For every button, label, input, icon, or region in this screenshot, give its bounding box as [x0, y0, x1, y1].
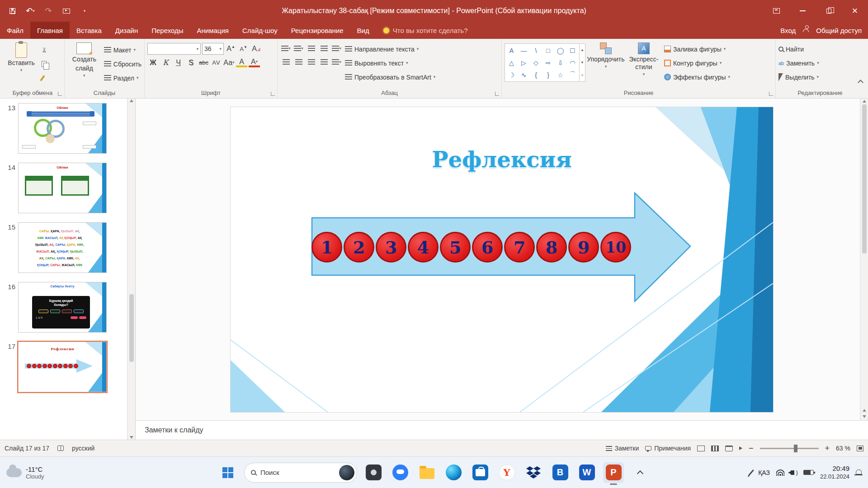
slide-scrollbar[interactable]	[860, 99, 868, 420]
bullets-button[interactable]: ▾	[280, 43, 292, 54]
reading-view-button[interactable]	[725, 446, 733, 451]
shape-effects-button[interactable]: Эффекты фигуры▾	[664, 72, 730, 82]
align-left-button[interactable]	[280, 56, 292, 68]
notification-bell-icon[interactable]	[856, 469, 862, 474]
format-painter-button[interactable]	[42, 73, 47, 83]
share-button[interactable]: Общий доступ	[816, 27, 862, 34]
number-circle-9[interactable]: 9	[568, 232, 599, 263]
align-right-button[interactable]	[306, 56, 317, 68]
shape-rounded-rectangle[interactable]: ☐	[566, 44, 579, 56]
dialog-launcher-paragraph[interactable]	[495, 92, 499, 96]
minimize-button[interactable]	[789, 0, 816, 22]
shape-line[interactable]: —	[518, 44, 530, 56]
slide-thumbnail-14[interactable]: Ойлан	[18, 163, 107, 213]
pen-tray-icon[interactable]	[748, 469, 754, 475]
copy-button[interactable]	[42, 59, 47, 69]
normal-view-button[interactable]	[697, 446, 705, 451]
taskbar-dropbox[interactable]	[523, 462, 544, 483]
gallery-down-button[interactable]: ▼	[580, 56, 585, 69]
reset-button[interactable]: Сбросить	[104, 59, 142, 69]
taskbar-store[interactable]	[470, 462, 491, 483]
slide-canvas[interactable]: Рефлексия 1 2 3 4 5 6 7 8 9 10	[231, 107, 773, 412]
sign-in-button[interactable]: Вход	[780, 27, 796, 34]
dialog-launcher-drawing[interactable]	[769, 92, 773, 96]
weather-widget[interactable]: -11°C Cloudy	[0, 465, 99, 480]
zoom-in-button[interactable]: +	[825, 444, 830, 453]
tab-file[interactable]: Файл	[0, 22, 30, 39]
comments-toggle[interactable]: Примечания	[645, 445, 691, 452]
close-button[interactable]: ×	[842, 0, 868, 22]
font-name-combo[interactable]: ▾	[147, 43, 201, 55]
numbering-button[interactable]: ▾	[293, 43, 304, 54]
notes-toggle[interactable]: Заметки	[606, 445, 639, 452]
slide-thumbnail-13[interactable]: Ойлан	[18, 103, 107, 154]
number-circle-4[interactable]: 4	[408, 232, 439, 263]
slide-sorter-view-button[interactable]	[711, 446, 719, 451]
shape-left-brace[interactable]: {	[530, 69, 542, 81]
taskbar-edge[interactable]	[443, 462, 464, 483]
underline-button[interactable]: Ч	[173, 57, 184, 68]
undo-button[interactable]: ↶▾	[22, 3, 39, 19]
slide-thumbnail-16[interactable]: Сабақты бекіту Бұршақ қандайболады? 1 of…	[18, 282, 107, 333]
shape-arrow-right[interactable]: ⇨	[542, 56, 554, 69]
fit-to-window-button[interactable]	[857, 446, 863, 451]
columns-button[interactable]: ▾	[331, 56, 342, 68]
zoom-slider-handle[interactable]	[794, 445, 797, 452]
ribbon-display-options-button[interactable]	[763, 0, 789, 22]
redo-button[interactable]: ↷	[40, 3, 57, 19]
replace-button[interactable]: abЗаменить▾	[778, 58, 819, 68]
scrollbar-thumb[interactable]	[129, 294, 134, 362]
slide-thumbnail-15[interactable]: САРЫ,ҚАРА,ҚЫЗЫЛ,АҚ, КӨКЖАСЫЛ,АҚҚОҢЫР,АҚ …	[18, 222, 107, 273]
previous-slide-button[interactable]	[863, 409, 866, 412]
number-circle-3[interactable]: 3	[376, 232, 406, 263]
shape-outline-button[interactable]: Контур фигуры▾	[664, 58, 730, 68]
taskbar-word[interactable]: W	[576, 462, 597, 483]
change-case-button[interactable]: Аа▾	[223, 57, 235, 68]
notes-pane[interactable]: Заметки к слайду	[136, 420, 868, 440]
wifi-icon[interactable]	[776, 469, 784, 476]
taskbar-app-chat[interactable]	[390, 462, 410, 483]
customize-qat-button[interactable]: ▾	[76, 3, 93, 19]
justify-button[interactable]	[318, 56, 330, 68]
number-circle-8[interactable]: 8	[536, 232, 567, 263]
shape-triangle[interactable]: △	[505, 56, 518, 69]
bold-button[interactable]: Ж	[147, 57, 159, 68]
number-circle-1[interactable]: 1	[311, 232, 342, 263]
tab-home[interactable]: Главная	[30, 22, 70, 39]
shape-arc[interactable]: ◠	[566, 56, 579, 69]
gallery-more-button[interactable]: ≡	[580, 69, 585, 81]
character-spacing-button[interactable]: AV	[211, 57, 222, 68]
cut-button[interactable]: ✄	[42, 45, 47, 55]
tab-insert[interactable]: Вставка	[70, 22, 108, 39]
shape-moon[interactable]: ☽	[505, 69, 518, 81]
taskbar-app-dark[interactable]	[363, 462, 384, 483]
shapes-gallery[interactable]: А — \ □ ◯ ☐ △ ▷ ◇ ⇨ ⇩ ◠ ☽ ∿ { } ☆ ⌒	[505, 43, 580, 82]
volume-icon[interactable]	[791, 470, 794, 475]
start-button[interactable]	[217, 462, 238, 483]
tab-design[interactable]: Дизайн	[108, 22, 145, 39]
zoom-level[interactable]: 63 %	[836, 445, 850, 452]
next-slide-button[interactable]	[863, 415, 866, 418]
proofing-icon[interactable]	[57, 446, 64, 451]
tell-me-box[interactable]: Что вы хотите сделать?	[383, 22, 468, 39]
taskbar-yandex[interactable]: Y	[496, 462, 517, 483]
restore-button[interactable]	[816, 0, 842, 22]
zoom-out-button[interactable]: −	[749, 444, 754, 453]
save-button[interactable]	[4, 3, 21, 19]
scrollbar-thumb[interactable]	[862, 104, 867, 253]
slide-title[interactable]: Рефлексия	[231, 147, 773, 172]
font-size-combo[interactable]: 36▾	[202, 43, 224, 55]
layout-button[interactable]: Макет▾	[104, 45, 142, 55]
quick-styles-button[interactable]: А Экспресс-стили ▾	[626, 41, 661, 76]
tab-view[interactable]: Вид	[350, 22, 376, 39]
number-circle-5[interactable]: 5	[440, 232, 471, 263]
arrange-button[interactable]: Упорядочить ▾	[588, 41, 623, 69]
scroll-up-icon[interactable]	[863, 100, 866, 103]
shape-arrow-down[interactable]: ⇩	[554, 56, 566, 69]
number-circle-6[interactable]: 6	[472, 232, 503, 263]
gallery-up-button[interactable]: ▲	[580, 44, 585, 56]
shape-ellipse[interactable]: ◯	[554, 44, 566, 56]
taskbar-search[interactable]: Поиск	[244, 463, 357, 483]
shape-fill-button[interactable]: Заливка фигуры▾	[664, 44, 730, 54]
slideshow-view-button[interactable]	[739, 446, 742, 450]
